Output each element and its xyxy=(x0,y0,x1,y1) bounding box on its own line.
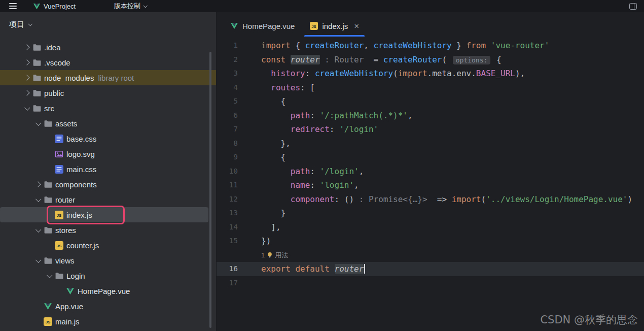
chevron-down-icon[interactable] xyxy=(33,197,43,202)
tree-item-label: main.js xyxy=(55,317,80,326)
tree-item-label: main.css xyxy=(66,165,96,174)
line-number: 4 xyxy=(217,81,261,95)
chevron-down-icon[interactable] xyxy=(45,274,54,278)
editor-area: HomePage.vueJSindex.js× 1import { create… xyxy=(217,12,644,331)
folder-icon xyxy=(32,58,41,67)
tree-item-label: counter.js xyxy=(66,241,99,250)
line-number: 16 xyxy=(217,262,261,276)
tree-item-Login[interactable]: Login xyxy=(0,268,216,283)
tree-item-label: public xyxy=(44,89,64,97)
line-number: 15 xyxy=(217,234,261,248)
project-panel: 项目 .idea.vscodenode_moduleslibrary rootp… xyxy=(0,12,217,331)
code-line-15[interactable]: 15}) xyxy=(217,234,644,248)
workspace: 项目 .idea.vscodenode_moduleslibrary rootp… xyxy=(0,12,644,331)
chevron-down-icon[interactable] xyxy=(33,121,43,125)
code-line-13[interactable]: 13 } xyxy=(217,206,644,220)
tree-item-src[interactable]: src xyxy=(0,101,216,116)
code-line-16[interactable]: 16export default router xyxy=(217,262,644,276)
close-tab-icon[interactable]: × xyxy=(354,22,359,30)
tree-item-label: .vscode xyxy=(44,58,70,67)
tree-item-main.js[interactable]: JSmain.js xyxy=(0,314,216,329)
tree-item-HomePage.vue[interactable]: HomePage.vue xyxy=(0,283,216,299)
tab-HomePage.vue[interactable]: HomePage.vue xyxy=(223,15,302,37)
vue-icon xyxy=(230,22,238,30)
project-panel-header[interactable]: 项目 xyxy=(0,12,216,37)
code-text: import { createRouter, createWebHistory … xyxy=(261,39,549,53)
tree-item-stores[interactable]: stores xyxy=(0,222,216,238)
tree-item-logo.svg[interactable]: logo.svg xyxy=(0,146,216,161)
js-icon: JS xyxy=(310,22,318,30)
code-view: 1import { createRouter, createWebHistory… xyxy=(217,39,644,290)
folder-icon xyxy=(44,119,52,128)
usages-inlay-hint[interactable]: 1用法 xyxy=(217,248,644,262)
tab-index.js[interactable]: JSindex.js× xyxy=(302,15,367,37)
code-line-7[interactable]: 7 redirect: '/login' xyxy=(217,122,644,137)
code-line-10[interactable]: 10 path: '/login', xyxy=(217,164,644,179)
code-line-8[interactable]: 8 }, xyxy=(217,137,644,151)
scrollbar[interactable] xyxy=(209,52,211,328)
usage-label: 用法 xyxy=(275,248,288,262)
tree-item-public[interactable]: public xyxy=(0,85,216,101)
chevron-down-icon[interactable] xyxy=(22,106,31,110)
tree-item-views[interactable]: views xyxy=(0,253,216,268)
ide-window: VueProject 版本控制 项目 .idea.vscodenode_modu… xyxy=(0,0,644,331)
tree-item-label: .idea xyxy=(44,43,61,52)
code-text: ], xyxy=(261,220,281,235)
hamburger-menu-icon[interactable] xyxy=(9,3,17,9)
code-text: }, xyxy=(261,137,291,151)
line-number: 2 xyxy=(217,53,261,67)
chevron-right-icon[interactable] xyxy=(22,91,31,95)
tree-item-App.vue[interactable]: App.vue xyxy=(0,299,216,314)
tree-item-.idea[interactable]: .idea xyxy=(0,40,216,55)
chevron-right-icon[interactable] xyxy=(22,60,31,64)
vcs-widget[interactable]: 版本控制 xyxy=(114,2,147,11)
tree-item-label: App.vue xyxy=(55,302,83,311)
tree-item-index.js[interactable]: JSindex.js xyxy=(0,207,208,222)
chevron-down-icon xyxy=(28,22,32,26)
code-line-9[interactable]: 9 { xyxy=(217,150,644,164)
code-line-14[interactable]: 14 ], xyxy=(217,220,644,235)
chevron-down-icon xyxy=(144,4,148,8)
tree-item-router[interactable]: router xyxy=(0,192,216,207)
code-text: path: '/login', xyxy=(261,164,364,179)
line-number: 13 xyxy=(217,206,261,220)
chevron-right-icon[interactable] xyxy=(22,45,31,49)
code-line-5[interactable]: 5 { xyxy=(217,94,644,109)
tree-item-label: node_modules xyxy=(44,74,94,82)
watermark: CSDN @秋季的思念 xyxy=(540,313,638,327)
tree-item-assets[interactable]: assets xyxy=(0,116,216,131)
code-text: } xyxy=(261,206,285,220)
code-line-6[interactable]: 6 path: '/:pathMatch(.*)*', xyxy=(217,109,644,123)
tool-window-layout-icon[interactable] xyxy=(629,3,637,10)
tab-label: HomePage.vue xyxy=(242,22,295,30)
chevron-down-icon[interactable] xyxy=(33,258,43,262)
tree-item-base.css[interactable]: base.css xyxy=(0,131,216,146)
tree-item-suffix: library root xyxy=(98,74,134,82)
code-line-12[interactable]: 12 component: () : Promise<{…}> => impor… xyxy=(217,192,644,207)
tree-item-components[interactable]: components xyxy=(0,177,216,192)
line-number: 1 xyxy=(217,39,261,53)
tree-item-label: HomePage.vue xyxy=(78,287,130,295)
chevron-right-icon[interactable] xyxy=(33,182,43,186)
tree-item-node_modules[interactable]: node_moduleslibrary root xyxy=(0,70,216,85)
tree-item-.vscode[interactable]: .vscode xyxy=(0,55,216,70)
chevron-right-icon[interactable] xyxy=(22,76,31,80)
editor[interactable]: 1import { createRouter, createWebHistory… xyxy=(217,37,644,331)
code-line-3[interactable]: 3 history: createWebHistory(import.meta.… xyxy=(217,67,644,81)
chevron-down-icon[interactable] xyxy=(33,228,43,232)
project-widget[interactable]: VueProject xyxy=(33,3,76,10)
code-text: export default router xyxy=(261,262,365,276)
code-line-11[interactable]: 11 name: 'login', xyxy=(217,178,644,192)
code-line-4[interactable]: 4 routes: [ xyxy=(217,81,644,95)
code-line-2[interactable]: 2const router : Router = createRouter( o… xyxy=(217,53,644,67)
vue-icon xyxy=(44,302,52,311)
folder-icon xyxy=(32,89,41,97)
tree-item-main.css[interactable]: main.css xyxy=(0,161,216,177)
tree-item-counter.js[interactable]: JScounter.js xyxy=(0,238,216,253)
line-number: 6 xyxy=(217,109,261,123)
code-line-1[interactable]: 1import { createRouter, createWebHistory… xyxy=(217,39,644,53)
main-toolbar: VueProject 版本控制 xyxy=(0,0,644,12)
svg-text:JS: JS xyxy=(57,244,62,248)
code-line-17[interactable]: 17 xyxy=(217,276,644,290)
folder-icon xyxy=(44,226,52,235)
